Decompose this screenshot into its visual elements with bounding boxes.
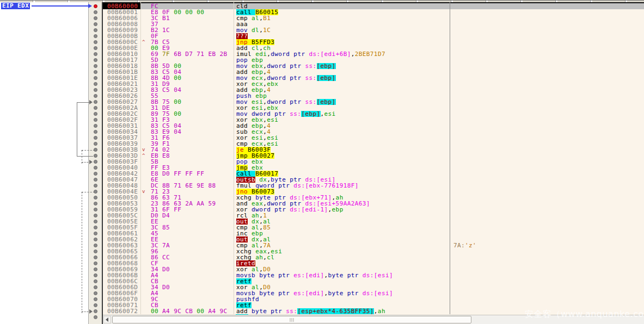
breakpoint-dot[interactable] [94, 208, 97, 211]
breakpoint-dot[interactable] [94, 100, 97, 104]
breakpoint-dot[interactable] [94, 244, 97, 247]
breakpoint-dot[interactable] [94, 303, 97, 307]
breakpoint-dot[interactable] [94, 256, 97, 259]
breakpoint-dot[interactable] [94, 148, 97, 152]
breakpoint-dot[interactable] [94, 76, 97, 80]
breakpoint-dot[interactable] [94, 226, 97, 229]
breakpoint-dot[interactable] [94, 160, 97, 164]
disasm-row[interactable]: 00B6001B83 C5 04add ebp,4 [103, 69, 644, 75]
breakpoint-dot[interactable] [94, 88, 97, 92]
breakpoint-dot[interactable] [94, 172, 97, 176]
disasm-row[interactable]: 00B6003183 C5 04add ebp,4 [103, 123, 644, 129]
breakpoint-dot[interactable] [94, 52, 97, 56]
disassembly-table[interactable]: 00B60000FCcld00B60001E8 0F 00 00 00call … [103, 3, 644, 314]
breakpoint-dot[interactable] [94, 70, 97, 74]
disasm-row[interactable]: 00B6006686 CCxchg ah,cl [103, 254, 644, 260]
disasm-row[interactable]: 00B600278B 75 00mov esi,dword ptr ss:[eb… [103, 99, 644, 105]
disasm-row[interactable]: 00B6005CD0 D4rcl ah,1 [103, 213, 644, 219]
scrollbar-thumb[interactable] [112, 316, 471, 323]
disasm-row[interactable]: 00B6005F3C 85cmp al,85 [103, 225, 644, 230]
disasm-row[interactable]: 00B6005931 6F FFxor dword ptr ds:[edi-1]… [103, 207, 644, 213]
disasm-row[interactable]: 00B6004Ev71 23jno B60073 [103, 189, 644, 195]
breakpoint-dot[interactable] [94, 46, 97, 50]
breakpoint-dot[interactable] [94, 279, 97, 283]
breakpoint-dot[interactable] [94, 136, 97, 140]
breakpoint-dot[interactable] [94, 28, 97, 32]
disasm-row[interactable]: 00B6005EEEout dx,al [103, 219, 644, 225]
breakpoint-dot[interactable] [94, 118, 97, 122]
disasm-row[interactable]: 00B600188B 5D 00mov ebx,dword ptr ss:[eb… [103, 63, 644, 69]
breakpoint-dot[interactable] [94, 261, 97, 265]
breakpoint-dot[interactable] [94, 10, 97, 14]
breakpoint-dot[interactable] [94, 124, 97, 128]
disasm-row[interactable]: 00B6002C89 75 00mov dword ptr ss:[ebp],e… [103, 111, 644, 117]
breakpoint-dot[interactable] [94, 106, 97, 110]
disasm-row[interactable]: 00B6003F5Bpop ebx [103, 159, 644, 165]
horizontal-scrollbar[interactable] [103, 315, 644, 324]
disasm-row[interactable]: 00B60048DC 8B 71 6E 9E 88fmul qword ptr … [103, 183, 644, 189]
disasm-row[interactable]: 00B600633C 7Acmp al,7A7A:'z' [103, 242, 644, 248]
breakpoint-dot[interactable] [94, 232, 97, 235]
disasm-row[interactable]: 00B6003Bv74 02je B6003F [103, 147, 644, 153]
breakpoint-dot[interactable] [94, 285, 97, 289]
breakpoint-dot[interactable] [94, 40, 97, 44]
breakpoint-dot[interactable] [94, 154, 97, 158]
breakpoint-dot[interactable] [94, 214, 97, 217]
breakpoint-dot[interactable] [94, 178, 97, 182]
breakpoint-dot[interactable] [94, 220, 97, 223]
disasm-row[interactable]: 00B600063C B1cmp al,B1 [103, 15, 644, 21]
breakpoint-dot[interactable] [94, 112, 97, 116]
breakpoint-dot[interactable] [94, 64, 97, 68]
breakpoint-dot[interactable] [94, 273, 97, 277]
disasm-row[interactable]: 00B600175Dpop ebp [103, 57, 644, 63]
disasm-row[interactable]: 00B6002F31 F3xor ebx,esi [103, 117, 644, 123]
disasm-row[interactable]: 00B60009B2 1Cmov dl,1C [103, 27, 644, 33]
breakpoint-dot[interactable] [94, 130, 97, 134]
breakpoint-dot[interactable] [94, 166, 97, 170]
disasm-row[interactable]: 00B6003483 E9 04sub ecx,4 [103, 129, 644, 135]
breakpoint-dot[interactable] [94, 190, 97, 194]
disasm-row[interactable]: 00B6003939 F1cmp ecx,esi [103, 141, 644, 147]
breakpoint-dot-active[interactable] [94, 4, 97, 8]
breakpoint-dot[interactable] [94, 238, 97, 241]
disasm-row[interactable]: 00B6002655push ebp [103, 93, 644, 99]
disasm-row[interactable]: 00B6006145inc ebp [103, 230, 644, 236]
disasm-row[interactable]: 00B60062EEout dx,al [103, 236, 644, 242]
disasm-row[interactable]: 00B6000B0F??? [103, 33, 644, 39]
breakpoint-dot[interactable] [94, 58, 97, 62]
breakpoint-dot[interactable] [94, 315, 97, 319]
disasm-row[interactable]: 00B60042E8 D0 FF FF FFcall B60017 [103, 171, 644, 177]
disasm-row[interactable]: 00B6006FA4movsb byte ptr es:[edi],byte p… [103, 290, 644, 296]
disasm-row[interactable]: 00B6006BA4movsb byte ptr es:[edi],byte p… [103, 272, 644, 278]
disasm-row[interactable]: 00B6000837aaa [103, 21, 644, 27]
breakpoint-dot[interactable] [94, 142, 97, 146]
breakpoint-dot[interactable] [94, 184, 97, 188]
disasm-row[interactable]: 00B6001E8B 4D 00mov ecx,dword ptr ss:[eb… [103, 75, 644, 81]
disasm-row[interactable]: 00B6006CCBretf [103, 278, 644, 284]
disasm-row[interactable]: 00B60001E8 0F 00 00 00call B60015 [103, 9, 644, 15]
breakpoint-dot[interactable] [94, 202, 97, 205]
breakpoint-dot[interactable] [94, 82, 97, 86]
breakpoint-dot[interactable] [94, 309, 97, 313]
disasm-row[interactable]: 00B6003D^EB E8jmp B60027 [103, 153, 644, 159]
breakpoint-dot[interactable] [94, 16, 97, 20]
scroll-left-button[interactable] [103, 316, 111, 323]
breakpoint-dot[interactable] [94, 291, 97, 295]
breakpoint-dot[interactable] [94, 196, 97, 200]
breakpoint-dot[interactable] [94, 250, 97, 253]
breakpoint-dot[interactable] [94, 22, 97, 26]
disasm-row[interactable]: 00B6002A31 DExor esi,ebx [103, 105, 644, 111]
breakpoint-dot[interactable] [94, 34, 97, 38]
disasm-row[interactable]: 00B6001069 7F 6B D7 71 EB 2Bimul edi,dwo… [103, 51, 644, 57]
disasm-row[interactable]: 00B6007200 A4 9C CB 00 A4 9Cadd byte ptr… [103, 308, 644, 314]
disasm-row[interactable]: 00B6006596xchg eax,esi [103, 248, 644, 254]
disasm-row[interactable]: 00B6005323 86 63 2A AA 59and eax,dword p… [103, 201, 644, 207]
disasm-row[interactable]: 00B6002131 D9xor ecx,ebx [103, 81, 644, 87]
disasm-row[interactable]: 00B6002383 C5 04add ebp,4 [103, 87, 644, 93]
breakpoint-dot[interactable] [94, 297, 97, 301]
breakpoint-dot[interactable] [94, 94, 97, 98]
disasm-row[interactable]: 00B60068CFiretd [103, 260, 644, 266]
disasm-row[interactable]: 00B6000C^7B C5jnp B5FFD3 [103, 39, 644, 45]
breakpoint-dot[interactable] [94, 267, 97, 271]
disasm-row[interactable]: 00B600709Cpushfd [103, 296, 644, 302]
